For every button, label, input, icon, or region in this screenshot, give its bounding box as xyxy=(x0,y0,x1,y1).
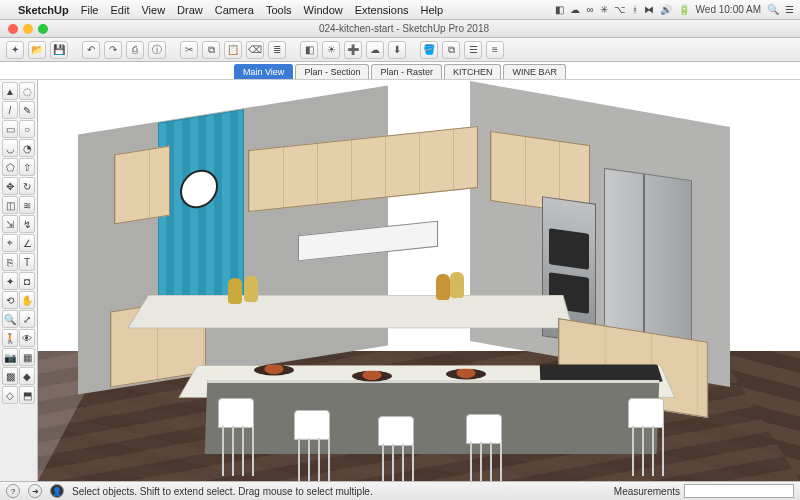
toolbar-styles-button[interactable]: ◧ xyxy=(300,41,318,59)
spotlight-icon[interactable]: 🔍 xyxy=(767,4,779,15)
tool-tape[interactable]: ∠ xyxy=(19,234,35,252)
menu-window[interactable]: Window xyxy=(304,4,343,16)
toolbar-scene-add-button[interactable]: ➕ xyxy=(344,41,362,59)
scene-tab-plan-section[interactable]: Plan - Section xyxy=(295,64,369,79)
tool-solid-b[interactable]: ⬒ xyxy=(19,386,35,404)
status-tray-icon[interactable]: ✳ xyxy=(600,4,608,15)
toolbar-erase-button[interactable]: ⌫ xyxy=(246,41,264,59)
tool-polygon[interactable]: ✥ xyxy=(2,177,18,195)
toolbar-shadows-button[interactable]: ☀ xyxy=(322,41,340,59)
window-zoom-button[interactable] xyxy=(38,24,48,34)
clock[interactable]: Wed 10:00 AM xyxy=(696,4,761,15)
tool-line[interactable]: ▭ xyxy=(2,120,18,138)
bluetooth-icon[interactable]: ᚼ xyxy=(632,4,638,15)
status-hint: Select objects. Shift to extend select. … xyxy=(72,486,373,497)
tool-pie[interactable]: ⇧ xyxy=(19,158,35,176)
tool-freehand[interactable]: ○ xyxy=(19,120,35,138)
tool-position-camera[interactable]: ▦ xyxy=(19,348,35,366)
scene-tabs: Main ViewPlan - SectionPlan - RasterKITC… xyxy=(0,62,800,80)
toolbar-print-button[interactable]: ⎙ xyxy=(126,41,144,59)
window-title: 024-kitchen-start - SketchUp Pro 2018 xyxy=(56,23,752,34)
scene-tab-wine-bar[interactable]: WINE BAR xyxy=(503,64,566,79)
status-tray-icon[interactable]: ∞ xyxy=(586,4,593,15)
scene-tab-plan-raster[interactable]: Plan - Raster xyxy=(371,64,442,79)
model-viewport[interactable] xyxy=(38,80,800,481)
volume-icon[interactable]: 🔊 xyxy=(660,4,672,15)
tool-axes[interactable]: ◘ xyxy=(19,272,35,290)
measurements-label: Measurements xyxy=(614,486,680,497)
menu-file[interactable]: File xyxy=(81,4,99,16)
measurements-input[interactable] xyxy=(684,484,794,498)
toolbar-paste-button[interactable]: 📋 xyxy=(224,41,242,59)
tool-text[interactable]: ✦ xyxy=(2,272,18,290)
window-minimize-button[interactable] xyxy=(23,24,33,34)
tool-sandbox-a[interactable]: ▩ xyxy=(2,367,18,385)
toolbar-outliner-button[interactable]: ☰ xyxy=(464,41,482,59)
tool-look[interactable]: 📷 xyxy=(2,348,18,366)
scene-place-setting xyxy=(352,371,393,382)
scene-place-setting xyxy=(254,365,295,376)
tool-arc[interactable]: ⬠ xyxy=(2,158,18,176)
status-tray-icon[interactable]: ◧ xyxy=(555,4,564,15)
tool-walk[interactable]: 👁 xyxy=(19,329,35,347)
menu-view[interactable]: View xyxy=(141,4,165,16)
tool-paint[interactable]: ✎ xyxy=(19,101,35,119)
status-tray-icon[interactable]: ☁ xyxy=(570,4,580,15)
tool-rectangle[interactable]: ◡ xyxy=(2,139,18,157)
tool-rotate[interactable]: ≋ xyxy=(19,196,35,214)
toolbar-model-info-button[interactable]: ⓘ xyxy=(148,41,166,59)
macos-menubar: SketchUp File Edit View Draw Camera Tool… xyxy=(0,0,800,20)
toolbar-cut-button[interactable]: ✂ xyxy=(180,41,198,59)
scene-tab-kitchen[interactable]: KITCHEN xyxy=(444,64,502,79)
app-name[interactable]: SketchUp xyxy=(18,4,69,16)
menu-edit[interactable]: Edit xyxy=(110,4,129,16)
tool-move[interactable]: ◫ xyxy=(2,196,18,214)
credits-icon[interactable]: ➜ xyxy=(28,484,42,498)
toolbar-3d-warehouse-button[interactable]: ☁ xyxy=(366,41,384,59)
toolbar-components-button[interactable]: ⧉ xyxy=(442,41,460,59)
tool-circle[interactable]: ◔ xyxy=(19,139,35,157)
notifications-icon[interactable]: ☰ xyxy=(785,4,794,15)
toolbar-undo-button[interactable]: ↶ xyxy=(82,41,100,59)
tool-pushpull[interactable]: ↻ xyxy=(19,177,35,195)
tool-orbit[interactable]: ✋ xyxy=(19,291,35,309)
status-bar: ? ➜ 👤 Select objects. Shift to extend se… xyxy=(0,481,800,500)
status-tray-icon[interactable]: ⌥ xyxy=(614,4,626,15)
toolbar-layers-button[interactable]: ≣ xyxy=(268,41,286,59)
battery-icon[interactable]: 🔋 xyxy=(678,4,690,15)
tool-scale[interactable]: ⇲ xyxy=(2,215,18,233)
tool-followme[interactable]: ⌖ xyxy=(2,234,18,252)
menu-tools[interactable]: Tools xyxy=(266,4,292,16)
tool-lasso[interactable]: ◌ xyxy=(19,82,35,100)
tool-solid-a[interactable]: ◇ xyxy=(2,386,18,404)
menu-draw[interactable]: Draw xyxy=(177,4,203,16)
tool-offset[interactable]: ↯ xyxy=(19,215,35,233)
tool-pan[interactable]: 🔍 xyxy=(2,310,18,328)
scene-tab-main-view[interactable]: Main View xyxy=(234,64,293,79)
tool-zoom[interactable]: ⤢ xyxy=(19,310,35,328)
toolbar-save-button[interactable]: 💾 xyxy=(50,41,68,59)
scene-decor-vase xyxy=(244,276,258,302)
menu-extensions[interactable]: Extensions xyxy=(355,4,409,16)
menu-camera[interactable]: Camera xyxy=(215,4,254,16)
tool-eraser[interactable]: / xyxy=(2,101,18,119)
tool-section[interactable]: ⟲ xyxy=(2,291,18,309)
tool-select[interactable]: ▲ xyxy=(2,82,18,100)
toolbar-new-button[interactable]: ✦ xyxy=(6,41,24,59)
menu-help[interactable]: Help xyxy=(421,4,444,16)
toolbar-paint-button[interactable]: 🪣 xyxy=(420,41,438,59)
tool-zoom-extents[interactable]: 🚶 xyxy=(2,329,18,347)
toolbar-open-button[interactable]: 📂 xyxy=(28,41,46,59)
window-close-button[interactable] xyxy=(8,24,18,34)
toolbar-ext-warehouse-button[interactable]: ⬇ xyxy=(388,41,406,59)
tool-dimension[interactable]: T xyxy=(19,253,35,271)
tool-protractor[interactable]: ⎘ xyxy=(2,253,18,271)
signin-icon[interactable]: 👤 xyxy=(50,484,64,498)
toolbar-layout-button[interactable]: ≡ xyxy=(486,41,504,59)
tool-sandbox-b[interactable]: ◆ xyxy=(19,367,35,385)
toolbar-redo-button[interactable]: ↷ xyxy=(104,41,122,59)
scene-bar-stool xyxy=(374,416,418,481)
toolbar-copy-button[interactable]: ⧉ xyxy=(202,41,220,59)
wifi-icon[interactable]: ⧓ xyxy=(644,4,654,15)
geolocation-icon[interactable]: ? xyxy=(6,484,20,498)
